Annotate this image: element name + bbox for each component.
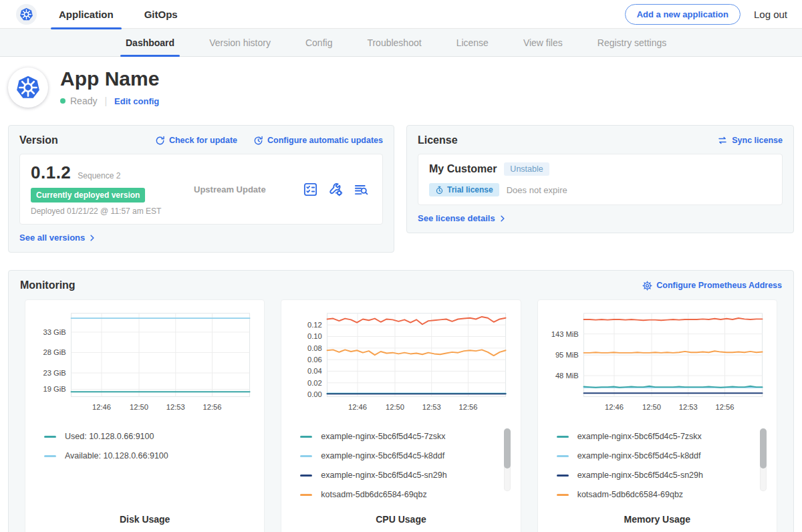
nav-tab-gitops[interactable]: GitOps — [144, 0, 178, 29]
cpu-usage-chart: 0.120.100.080.060.040.020.0012:4612:5012… — [289, 308, 512, 422]
memory-usage-chart-card: 143 MiB95 MiB48 MiB12:4612:5012:5312:56 … — [537, 299, 777, 532]
svg-text:12:46: 12:46 — [92, 403, 111, 411]
checklist-icon — [303, 182, 318, 197]
tab-registry-settings[interactable]: Registry settings — [597, 29, 666, 57]
tab-dashboard[interactable]: Dashboard — [126, 29, 174, 57]
customer-name: My Customer — [429, 163, 497, 175]
legend-scrollbar[interactable] — [504, 428, 511, 491]
app-header: App Name Ready | Edit config — [0, 57, 802, 116]
legend-label: example-nginx-5bc6f5d4c5-sn29h — [321, 471, 446, 480]
legend-swatch-icon — [44, 436, 56, 438]
sync-license-link[interactable]: Sync license — [717, 135, 783, 146]
see-license-details-link[interactable]: See license details — [418, 213, 783, 223]
add-application-button[interactable]: Add a new application — [625, 4, 741, 25]
legend-item: kotsadm-5db6dc6584-69qbz — [300, 485, 512, 505]
svg-text:33 GiB: 33 GiB — [43, 328, 66, 336]
legend-label: example-nginx-5bc6f5d4c5-k8ddf — [321, 451, 444, 460]
configure-automatic-updates-link[interactable]: Configure automatic updates — [253, 136, 383, 146]
legend-scrollbar-thumb[interactable] — [760, 428, 767, 469]
svg-text:0.10: 0.10 — [307, 332, 322, 340]
svg-text:12:56: 12:56 — [203, 403, 222, 411]
memory-usage-chart-title: Memory Usage — [546, 514, 769, 525]
monitoring-card: Monitoring Configure Prometheus Address … — [8, 270, 794, 532]
gear-icon — [642, 281, 652, 291]
svg-text:12:46: 12:46 — [348, 403, 367, 411]
svg-text:48 MiB: 48 MiB — [555, 372, 579, 380]
svg-text:12:53: 12:53 — [678, 403, 697, 411]
legend-scrollbar[interactable] — [760, 428, 767, 491]
nav-tab-gitops-label: GitOps — [144, 9, 178, 20]
deploy-logs-icon-button[interactable] — [354, 182, 369, 197]
legend-swatch-icon — [557, 436, 569, 438]
configure-prometheus-label: Configure Prometheus Address — [656, 281, 782, 290]
legend-scrollbar-thumb[interactable] — [504, 428, 511, 469]
app-kubernetes-avatar-icon — [8, 68, 48, 108]
legend-item: example-nginx-5bc6f5d4c5-7zskx — [557, 427, 769, 446]
tab-config[interactable]: Config — [305, 29, 332, 57]
tab-troubleshoot[interactable]: Troubleshoot — [367, 29, 421, 57]
tab-view-files[interactable]: View files — [523, 29, 563, 57]
version-source-label: Upstream Update — [176, 184, 303, 194]
nav-tab-application[interactable]: Application — [59, 0, 114, 29]
tab-license[interactable]: License — [456, 29, 489, 57]
svg-text:0.02: 0.02 — [307, 379, 322, 387]
svg-text:0.00: 0.00 — [307, 390, 322, 398]
legend-swatch-icon — [300, 475, 312, 477]
status-dot-icon — [60, 98, 65, 104]
svg-text:12:56: 12:56 — [459, 403, 478, 411]
tab-troubleshoot-label: Troubleshoot — [367, 37, 421, 48]
license-summary-row: My Customer Unstable Trial license Does … — [418, 154, 783, 205]
logout-link[interactable]: Log out — [754, 9, 787, 20]
legend-swatch-icon — [44, 455, 56, 457]
legend-swatch-icon — [557, 494, 569, 496]
cpu-usage-chart-title: CPU Usage — [289, 514, 512, 525]
memory-usage-chart: 143 MiB95 MiB48 MiB12:4612:5012:5312:56 — [546, 308, 769, 422]
sync-license-label: Sync license — [732, 136, 783, 145]
cpu-usage-legend: example-nginx-5bc6f5d4c5-7zskx example-n… — [289, 427, 512, 507]
page-title: App Name — [60, 68, 159, 90]
svg-text:28 GiB: 28 GiB — [43, 348, 66, 356]
svg-text:12:46: 12:46 — [605, 403, 624, 411]
legend-label: example-nginx-5bc6f5d4c5-k8ddf — [577, 451, 701, 460]
legend-swatch-icon — [557, 455, 569, 457]
svg-text:95 MiB: 95 MiB — [555, 351, 579, 359]
legend-item: example-nginx-5bc6f5d4c5-k8ddf — [300, 446, 512, 466]
svg-text:12:50: 12:50 — [386, 403, 404, 411]
svg-text:12:50: 12:50 — [642, 403, 661, 411]
logs-magnifier-icon — [354, 182, 369, 197]
version-sequence: Sequence 2 — [78, 171, 120, 180]
svg-text:0.08: 0.08 — [307, 344, 322, 352]
legend-item: example-nginx-5bc6f5d4c5-k8ddf — [557, 446, 769, 466]
license-card-title: License — [418, 134, 701, 146]
app-sub-nav: Dashboard Version history Config Trouble… — [0, 29, 802, 57]
tab-dashboard-label: Dashboard — [126, 37, 174, 48]
svg-text:12:56: 12:56 — [715, 403, 734, 411]
version-card-title: Version — [19, 134, 139, 146]
tab-version-history-label: Version history — [209, 37, 271, 48]
check-for-update-link[interactable]: Check for update — [155, 136, 237, 146]
edit-config-link[interactable]: Edit config — [114, 96, 159, 106]
legend-label: kotsadm-5db6dc6584-69qbz — [321, 490, 426, 499]
kubernetes-logo-icon — [16, 4, 37, 25]
license-type-badge: Trial license — [429, 183, 499, 196]
legend-label: example-nginx-5bc6f5d4c5-sn29h — [577, 471, 703, 480]
legend-item: example-nginx-5bc6f5d4c5-sn29h — [300, 466, 512, 485]
top-nav: Application GitOps Add a new application… — [0, 0, 802, 29]
clock-refresh-icon — [253, 136, 263, 146]
svg-text:0.06: 0.06 — [307, 356, 322, 364]
legend-swatch-icon — [557, 475, 569, 477]
license-expiry-label: Does not expire — [507, 185, 567, 195]
monitoring-title: Monitoring — [20, 279, 626, 291]
configure-prometheus-link[interactable]: Configure Prometheus Address — [642, 281, 782, 291]
config-wrench-icon-button[interactable] — [328, 182, 344, 197]
disk-usage-chart-card: 33 GiB28 GiB23 GiB19 GiB12:4612:5012:531… — [25, 299, 265, 532]
preflight-checks-icon-button[interactable] — [303, 182, 318, 197]
legend-swatch-icon — [300, 494, 312, 496]
legend-item: example-nginx-5bc6f5d4c5-sn29h — [557, 466, 769, 485]
tab-registry-settings-label: Registry settings — [597, 37, 666, 48]
legend-label: Available: 10.128.0.66:9100 — [65, 451, 168, 460]
see-all-versions-link[interactable]: See all versions — [19, 233, 383, 243]
stopwatch-icon — [435, 186, 444, 194]
tab-version-history[interactable]: Version history — [209, 29, 271, 57]
current-version-row: 0.1.2 Sequence 2 Currently deployed vers… — [19, 154, 383, 225]
